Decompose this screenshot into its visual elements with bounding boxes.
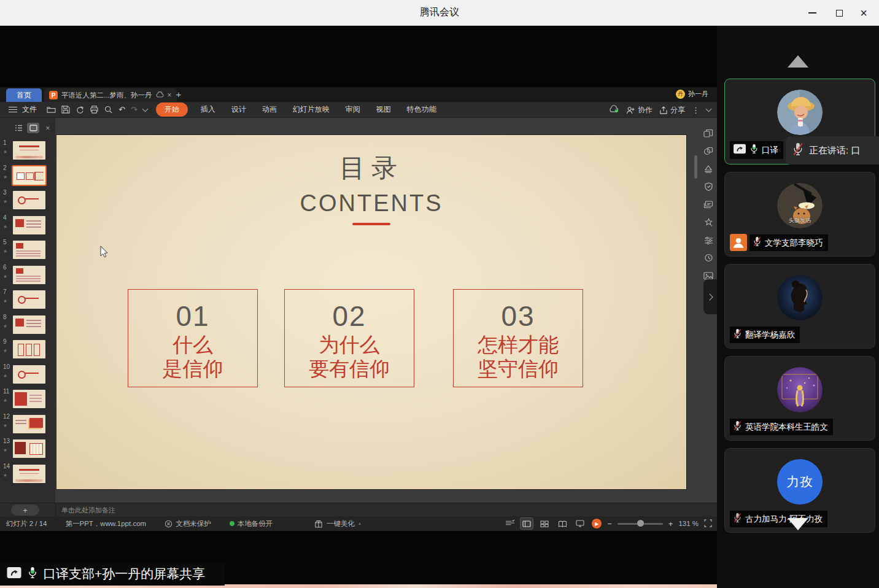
thumbnail-image[interactable] (13, 390, 45, 408)
ribbon-tab-insert[interactable]: 插入 (201, 104, 215, 115)
play-slideshow-button[interactable]: ▶ (592, 519, 602, 528)
zoom-slider-thumb[interactable] (637, 520, 644, 527)
scroll-down-arrow[interactable] (788, 518, 808, 530)
close-document-icon[interactable]: × (168, 91, 172, 99)
participant-tile-yangjiaxin[interactable]: 翻译学杨嘉欣 (724, 264, 875, 349)
slide-thumbnail-6[interactable]: 6★ (0, 263, 55, 288)
slideshow-view-button[interactable] (574, 518, 586, 529)
speaking-toast-text: 正在讲话: 口 (809, 145, 860, 157)
shapes-overlap-icon[interactable] (703, 129, 713, 140)
ribbon-tab-review[interactable]: 审阅 (346, 104, 360, 115)
thumbnail-image[interactable] (13, 191, 45, 209)
slide-thumbnail-11[interactable]: 11★ (0, 387, 55, 412)
thumbnail-image[interactable] (13, 365, 45, 384)
menu-hamburger-icon[interactable] (9, 106, 17, 114)
tab-document[interactable]: P 平语近人第二...梦雨、孙一丹 × (44, 88, 177, 102)
thumbnail-image[interactable] (13, 216, 45, 234)
thumbnail-image[interactable] (13, 465, 45, 483)
slide-thumbnail-7[interactable]: 7★ (0, 288, 55, 313)
ribbon-tab-slideshow[interactable]: 幻灯片放映 (293, 104, 330, 115)
slide-thumbnail-3[interactable]: 3★ (0, 188, 55, 214)
shield-check-icon[interactable] (704, 182, 713, 193)
merge-shapes-icon[interactable] (703, 147, 713, 158)
output-icon[interactable] (76, 106, 84, 114)
thumbnail-image[interactable] (13, 415, 45, 433)
more-options-icon[interactable]: ⋮ (692, 106, 700, 114)
ribbon-tab-home[interactable]: 开始 (156, 103, 188, 117)
ribbon-tab-view[interactable]: 视图 (376, 104, 391, 115)
maximize-button[interactable] (829, 4, 850, 22)
slide-view-toggle[interactable] (27, 123, 39, 133)
slide-thumbnail-13[interactable]: 13★ (0, 437, 55, 462)
slide-thumbnail-12[interactable]: 12★ (0, 412, 55, 438)
undo-icon[interactable]: ↶ (118, 106, 125, 114)
redo-icon[interactable]: ↷ (131, 106, 137, 114)
slide-position: 幻灯片 2 / 14 (6, 519, 47, 528)
thumbnail-image[interactable] (13, 439, 45, 458)
document-protection-status[interactable]: 文档未保护 (165, 519, 211, 528)
slide-thumbnail-9[interactable]: 9★ (0, 338, 55, 363)
save-icon[interactable] (61, 106, 70, 114)
close-button[interactable]: × (853, 4, 874, 22)
expand-panel-button[interactable] (703, 279, 717, 314)
participant-tile-lixiaoqiao[interactable]: 头脑发热 文学支部李晓巧 (724, 172, 875, 257)
zoom-out-button[interactable]: − (607, 520, 612, 528)
outline-view-toggle[interactable] (12, 123, 25, 133)
file-menu[interactable]: 文件 (22, 104, 37, 115)
close-panel-icon[interactable]: × (45, 123, 50, 133)
slide-thumbnail-1[interactable]: 1★ (0, 139, 55, 164)
print-icon[interactable] (90, 106, 99, 114)
zoom-in-button[interactable]: + (668, 520, 673, 528)
backup-label: 本地备份开 (238, 519, 273, 528)
scroll-up-arrow[interactable] (788, 55, 808, 68)
slide-thumbnail-14[interactable]: 14★ (0, 462, 55, 487)
ribbon-tab-design[interactable]: 设计 (231, 104, 246, 115)
annotate-icon[interactable] (505, 519, 515, 528)
thumbnail-image[interactable] (13, 315, 45, 334)
collapse-ribbon-icon[interactable] (706, 106, 712, 112)
history-icon[interactable] (704, 253, 713, 265)
align-pyramid-icon[interactable] (703, 164, 713, 176)
minimize-button[interactable] (802, 4, 823, 22)
new-tab-button[interactable]: + (173, 89, 184, 99)
template-source: 第一PPT，www.1ppt.com (65, 519, 146, 528)
zoom-slider[interactable] (618, 523, 663, 525)
share-button[interactable]: 分享 (659, 105, 685, 115)
ribbon-tab-special[interactable]: 特色功能 (407, 104, 436, 115)
magic-star-icon[interactable] (704, 218, 713, 229)
layers-copy-icon[interactable] (703, 200, 713, 211)
thumbnail-image[interactable] (13, 241, 45, 259)
thumbnail-image[interactable] (13, 141, 45, 160)
thumbnail-image[interactable] (13, 166, 45, 185)
canvas-scrollbar[interactable] (694, 155, 697, 179)
local-backup-status[interactable]: 本地备份开 (230, 519, 273, 528)
agenda-line: 是信仰 (128, 357, 257, 381)
ribbon-tab-animation[interactable]: 动画 (262, 104, 277, 115)
fit-to-window-icon[interactable] (704, 519, 712, 528)
slide-thumbnail-8[interactable]: 8★ (0, 313, 55, 338)
open-icon[interactable] (47, 106, 56, 114)
notes-input[interactable]: 单击此处添加备注 (61, 503, 115, 517)
print-preview-icon[interactable] (104, 106, 113, 114)
participant-tile-wanghaowen[interactable]: 英语学院本科生王皓文 (724, 356, 875, 441)
slide-canvas[interactable]: 目录 CONTENTS 01 什么 是信仰 02 为什么 要有信仰 03 怎样才… (56, 135, 686, 489)
collaborate-label: 协作 (638, 105, 652, 115)
slide-sorter-view-button[interactable] (538, 518, 551, 529)
slide-thumbnail-10[interactable]: 10★ (0, 363, 55, 388)
slide-thumbnail-4[interactable]: 4★ (0, 214, 55, 239)
collaborate-button[interactable]: 协作 (626, 105, 652, 115)
slide-thumbnail-5[interactable]: 5★ (0, 238, 55, 263)
cloud-saved-icon[interactable] (609, 104, 619, 115)
thumbnail-image[interactable] (13, 266, 45, 284)
account-chip[interactable]: 丹 孙一丹 (676, 90, 708, 99)
normal-view-button[interactable] (521, 518, 533, 529)
zoom-level[interactable]: 131 % (678, 520, 699, 527)
settings-sliders-icon[interactable] (704, 236, 713, 247)
tab-home[interactable]: 首页 (6, 88, 42, 102)
thumbnail-image[interactable] (13, 340, 45, 358)
reading-view-button[interactable] (556, 518, 568, 529)
thumbnail-image[interactable] (13, 290, 45, 309)
add-slide-button[interactable]: + (11, 505, 39, 516)
slide-thumbnail-2[interactable]: 2★ (0, 164, 55, 189)
beautify-button[interactable]: 一键美化 ▴ (314, 516, 361, 531)
